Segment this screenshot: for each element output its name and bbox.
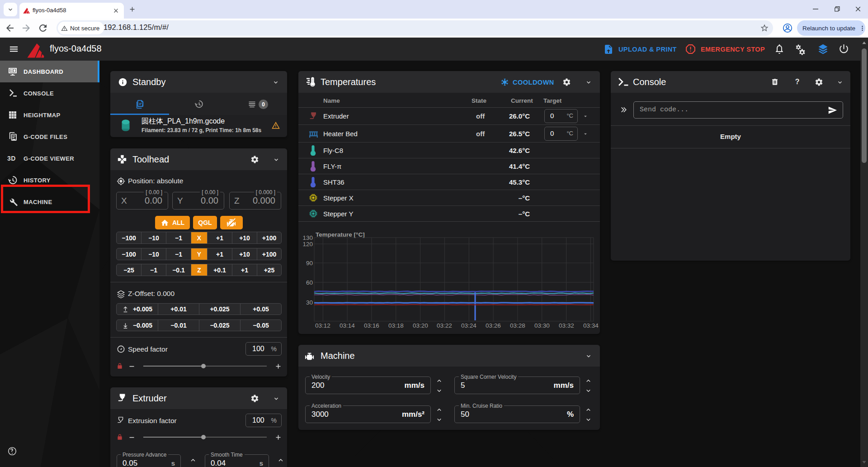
svg-text:03:28: 03:28 bbox=[510, 322, 525, 329]
svg-text:120: 120 bbox=[302, 241, 313, 248]
svg-text:03:34: 03:34 bbox=[583, 322, 599, 329]
svg-text:03:20: 03:20 bbox=[413, 322, 428, 329]
svg-text:60: 60 bbox=[306, 279, 313, 286]
svg-text:03:32: 03:32 bbox=[559, 322, 574, 329]
svg-text:?: ? bbox=[795, 78, 800, 86]
svg-text:03:18: 03:18 bbox=[388, 322, 404, 329]
svg-text:30: 30 bbox=[306, 299, 313, 306]
svg-text:130: 130 bbox=[302, 234, 313, 241]
svg-text:03:22: 03:22 bbox=[437, 322, 452, 329]
svg-text:Temperature [°C]: Temperature [°C] bbox=[316, 231, 365, 238]
svg-text:03:24: 03:24 bbox=[461, 322, 476, 329]
svg-text:03:26: 03:26 bbox=[486, 322, 501, 329]
svg-text:03:30: 03:30 bbox=[534, 322, 550, 329]
svg-text:03:16: 03:16 bbox=[364, 322, 379, 329]
svg-text:03:14: 03:14 bbox=[340, 322, 355, 329]
svg-text:03:12: 03:12 bbox=[315, 322, 330, 329]
svg-text:90: 90 bbox=[306, 260, 313, 267]
